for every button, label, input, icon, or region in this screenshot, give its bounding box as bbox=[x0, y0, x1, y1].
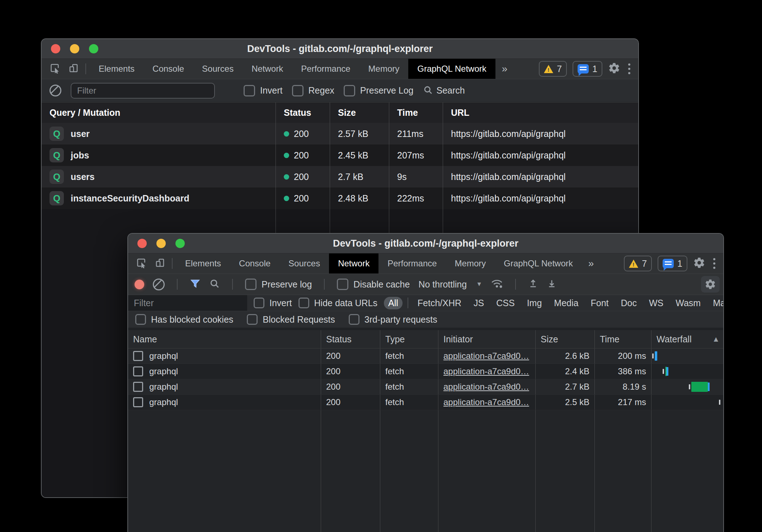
col-query-mutation[interactable]: Query / Mutation bbox=[42, 103, 276, 123]
tab-elements[interactable]: Elements bbox=[176, 253, 230, 274]
col-type[interactable]: Type bbox=[380, 330, 438, 348]
titlebar[interactable]: DevTools - gitlab.com/-/graphql-explorer bbox=[128, 234, 723, 253]
initiator-link[interactable]: application-a7ca9d0… bbox=[443, 351, 529, 361]
row-checkbox[interactable] bbox=[133, 366, 143, 376]
close-button[interactable] bbox=[51, 44, 60, 53]
device-toolbar-icon[interactable] bbox=[155, 257, 165, 270]
has-blocked-cookies-checkbox[interactable] bbox=[135, 314, 146, 325]
disable-cache-group[interactable]: Disable cache bbox=[337, 279, 410, 290]
tab-memory[interactable]: Memory bbox=[359, 59, 409, 79]
col-status[interactable]: Status bbox=[276, 103, 330, 123]
disable-cache-checkbox[interactable] bbox=[337, 279, 348, 290]
tab-sources[interactable]: Sources bbox=[279, 253, 329, 274]
preserve-log-checkbox[interactable] bbox=[344, 85, 355, 96]
blocked-requests-checkbox[interactable] bbox=[247, 314, 258, 325]
col-time[interactable]: Time bbox=[595, 330, 652, 348]
filter-chip-fetch-xhr[interactable]: Fetch/XHR bbox=[413, 297, 466, 309]
row-checkbox[interactable] bbox=[133, 397, 143, 407]
table-row[interactable]: graphql 200 fetch application-a7ca9d0… 2… bbox=[128, 364, 723, 379]
col-status[interactable]: Status bbox=[321, 330, 380, 348]
table-row[interactable]: Qusers 200 2.7 kB 9s https://gitlab.com/… bbox=[42, 166, 638, 187]
invert-checkbox[interactable] bbox=[244, 85, 255, 96]
tab-sources[interactable]: Sources bbox=[193, 59, 243, 79]
col-waterfall[interactable]: Waterfall ▲ bbox=[652, 330, 723, 348]
issues-badge[interactable]: 1 bbox=[573, 61, 602, 77]
hide-data-urls-checkbox[interactable] bbox=[298, 298, 309, 308]
table-row[interactable]: graphql 200 fetch application-a7ca9d0… 2… bbox=[128, 348, 723, 364]
table-row[interactable]: QinstanceSecurityDashboard 200 2.48 kB 2… bbox=[42, 187, 638, 209]
invert-checkbox[interactable] bbox=[254, 298, 264, 308]
warnings-badge[interactable]: 7 bbox=[539, 61, 567, 77]
regex-checkbox[interactable] bbox=[292, 85, 304, 96]
tab-console[interactable]: Console bbox=[144, 59, 193, 79]
tab-graphql-network[interactable]: GraphQL Network bbox=[408, 59, 495, 79]
tab-console[interactable]: Console bbox=[230, 253, 279, 274]
close-button[interactable] bbox=[137, 239, 147, 248]
initiator-link[interactable]: application-a7ca9d0… bbox=[443, 397, 529, 407]
has-blocked-cookies-group[interactable]: Has blocked cookies bbox=[135, 314, 233, 325]
col-name[interactable]: Name bbox=[128, 330, 321, 348]
row-checkbox[interactable] bbox=[133, 382, 143, 392]
col-url[interactable]: URL bbox=[443, 103, 638, 123]
inspect-element-icon[interactable] bbox=[136, 257, 147, 270]
regex-checkbox-group[interactable]: Regex bbox=[292, 85, 334, 96]
filter-chip-media[interactable]: Media bbox=[550, 297, 583, 309]
filter-chip-css[interactable]: CSS bbox=[492, 297, 519, 309]
warnings-badge[interactable]: 7 bbox=[624, 256, 652, 271]
kebab-menu-icon[interactable] bbox=[626, 63, 632, 74]
minimize-button[interactable] bbox=[156, 239, 166, 248]
invert-checkbox-group[interactable]: Invert bbox=[244, 85, 283, 96]
third-party-requests-checkbox[interactable] bbox=[349, 314, 359, 325]
filter-chip-all[interactable]: All bbox=[384, 297, 403, 309]
tab-performance[interactable]: Performance bbox=[292, 59, 359, 79]
sort-ascending-icon[interactable]: ▲ bbox=[712, 335, 720, 343]
table-row[interactable]: Qjobs 200 2.45 kB 207ms https://gitlab.c… bbox=[42, 144, 638, 166]
search-icon[interactable] bbox=[209, 278, 220, 290]
preserve-log-group[interactable]: Preserve log bbox=[245, 279, 312, 290]
network-conditions-icon[interactable] bbox=[491, 279, 503, 290]
preserve-log-checkbox-group[interactable]: Preserve Log bbox=[344, 85, 414, 96]
filter-input[interactable] bbox=[71, 83, 215, 99]
issues-badge[interactable]: 1 bbox=[658, 256, 687, 271]
col-size[interactable]: Size bbox=[330, 103, 389, 123]
col-size[interactable]: Size bbox=[536, 330, 595, 348]
settings-gear-icon[interactable] bbox=[693, 257, 705, 270]
import-har-icon[interactable] bbox=[528, 278, 538, 290]
filter-funnel-icon[interactable] bbox=[190, 279, 201, 290]
tab-graphql-network[interactable]: GraphQL Network bbox=[495, 253, 582, 274]
tab-elements[interactable]: Elements bbox=[90, 59, 144, 79]
table-row[interactable]: Quser 200 2.57 kB 211ms https://gitlab.c… bbox=[42, 123, 638, 144]
network-settings-button[interactable] bbox=[701, 276, 720, 293]
inspect-element-icon[interactable] bbox=[50, 63, 60, 75]
preserve-log-checkbox[interactable] bbox=[245, 279, 257, 290]
tab-network[interactable]: Network bbox=[329, 253, 378, 274]
filter-chip-font[interactable]: Font bbox=[586, 297, 613, 309]
tab-network[interactable]: Network bbox=[243, 59, 292, 79]
minimize-button[interactable] bbox=[70, 44, 79, 53]
filter-chip-manifest[interactable]: Manifest bbox=[709, 297, 724, 309]
blocked-requests-group[interactable]: Blocked Requests bbox=[247, 314, 335, 325]
filter-chip-doc[interactable]: Doc bbox=[616, 297, 641, 309]
search-group[interactable]: Search bbox=[423, 85, 465, 96]
filter-chip-js[interactable]: JS bbox=[469, 297, 488, 309]
filter-input[interactable] bbox=[128, 295, 247, 311]
initiator-link[interactable]: application-a7ca9d0… bbox=[443, 366, 529, 376]
kebab-menu-icon[interactable] bbox=[711, 258, 718, 269]
titlebar[interactable]: DevTools - gitlab.com/-/graphql-explorer bbox=[42, 39, 638, 59]
table-row[interactable]: graphql 200 fetch application-a7ca9d0… 2… bbox=[128, 379, 723, 395]
more-tabs-icon[interactable]: » bbox=[495, 59, 514, 79]
more-tabs-icon[interactable]: » bbox=[582, 253, 601, 274]
row-checkbox[interactable] bbox=[133, 351, 143, 361]
throttling-dropdown[interactable]: No throttling ▼ bbox=[418, 279, 482, 290]
export-har-icon[interactable] bbox=[547, 278, 557, 290]
zoom-button[interactable] bbox=[89, 44, 98, 53]
record-button[interactable] bbox=[135, 280, 144, 289]
third-party-requests-group[interactable]: 3rd-party requests bbox=[349, 314, 437, 325]
invert-group[interactable]: Invert bbox=[254, 298, 292, 308]
settings-gear-icon[interactable] bbox=[608, 62, 620, 76]
col-time[interactable]: Time bbox=[389, 103, 443, 123]
col-initiator[interactable]: Initiator bbox=[438, 330, 536, 348]
hide-data-urls-group[interactable]: Hide data URLs bbox=[298, 298, 377, 308]
tab-performance[interactable]: Performance bbox=[378, 253, 446, 274]
clear-icon[interactable] bbox=[50, 85, 61, 96]
